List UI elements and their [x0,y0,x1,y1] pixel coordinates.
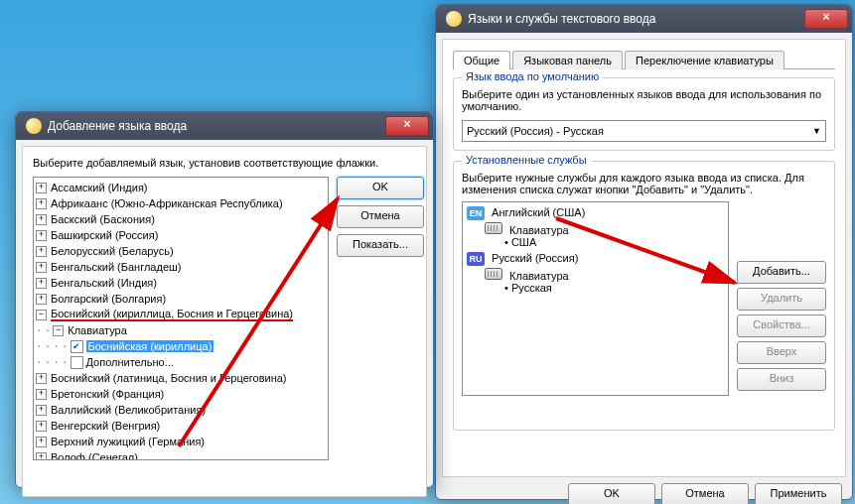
expand-icon[interactable]: + [36,230,47,241]
window-title: Языки и службы текстового ввода [468,12,804,26]
side-buttons: OK Отмена Показать... [337,177,416,460]
window-body: Общие Языковая панель Переключение клави… [442,39,846,477]
language-tree[interactable]: +Ассамский (Индия)+Африкаанс (Южно-Африк… [33,177,329,460]
collapse-icon[interactable]: − [53,325,64,336]
tree-item[interactable]: +Венгерский (Венгрия) [36,418,326,434]
layout-item[interactable]: • США [504,236,724,248]
properties-button[interactable]: Свойства... [737,315,826,337]
tree-item[interactable]: +Баскский (Баскония) [36,211,326,227]
expand-icon[interactable]: + [36,246,47,257]
tree-item[interactable]: +Валлийский (Великобритания) [36,402,326,418]
kb-label: Клавиатура [509,270,569,282]
tree-item[interactable]: +Белорусский (Беларусь) [36,243,326,259]
checkbox[interactable]: ✔ [71,340,83,353]
tree-item[interactable]: +Боснийский (латиница, Босния и Герцегов… [36,370,326,386]
close-icon: × [822,10,829,24]
tab-general[interactable]: Общие [453,51,510,69]
layout-name: Русская [511,282,552,294]
layout-name: США [511,236,536,248]
tree-label: Ассамский (Индия) [51,182,148,193]
expand-icon[interactable]: + [36,214,47,225]
tree-label: Валлийский (Великобритания) [51,404,206,416]
up-button[interactable]: Вверх [737,341,826,364]
delete-button[interactable]: Удалить [737,288,826,311]
tree-item[interactable]: +Бенгальский (Индия) [36,275,326,291]
show-button[interactable]: Показать... [337,234,424,257]
close-button[interactable]: × [804,9,848,29]
tree-item[interactable]: +Бенгальский (Бангладеш) [36,259,326,275]
dialog-buttons: OK Отмена Применить [446,483,842,504]
tree-label: Боснийский (латиница, Босния и Герцегови… [51,372,287,384]
tree-label: Бенгальский (Индия) [51,277,157,289]
lang-name: Английский (США) [492,206,585,218]
add-input-lang-window: Добавление языка ввода × Выберите добавл… [15,111,434,488]
tab-langbar[interactable]: Языковая панель [512,51,623,69]
tree-item[interactable]: +Башкирский (Россия) [36,227,326,243]
expand-icon[interactable]: + [36,405,47,416]
checkbox[interactable] [71,356,83,369]
expand-icon[interactable]: + [36,373,47,384]
cancel-button[interactable]: Отмена [337,205,424,228]
tab-switch[interactable]: Переключение клавиатуры [625,51,784,69]
combo-value: Русский (Россия) - Русская [467,125,604,137]
expand-icon[interactable]: + [36,262,47,273]
cancel-button[interactable]: Отмена [661,483,749,504]
tab-bar: Общие Языковая панель Переключение клави… [453,50,835,69]
titlebar[interactable]: Языки и службы текстового ввода × [436,5,852,33]
installed-services-group: Установленные службы Выберите нужные слу… [453,161,835,431]
group-title: Установленные службы [462,154,591,166]
expand-icon[interactable]: + [36,294,47,305]
close-button[interactable]: × [385,116,429,136]
expand-icon[interactable]: + [36,278,47,289]
lang-node[interactable]: RU Русский (Россия) [467,252,724,266]
instruction-text: Выберите добавляемый язык, установив соо… [33,157,416,169]
tree-item[interactable]: +Верхний лужицкий (Германия) [36,434,326,449]
expand-icon[interactable]: + [36,421,47,432]
default-lang-combo[interactable]: Русский (Россия) - Русская ▼ [462,120,826,142]
tree-label: Боснийский (кириллица, Босния и Герцегов… [51,308,293,321]
expand-icon[interactable]: + [36,452,47,461]
collapse-icon[interactable]: − [36,310,47,320]
tree-item[interactable]: +Африкаанс (Южно-Африканская Республика) [36,195,326,211]
expand-icon[interactable]: + [36,198,47,209]
lang-name: Русский (Россия) [492,252,578,264]
lang-node[interactable]: EN Английский (США) [467,206,724,220]
down-button[interactable]: Вниз [737,368,826,391]
tree-label: Баскский (Баскония) [51,213,155,225]
ok-button[interactable]: OK [337,177,424,199]
tree-label: Бенгальский (Бангладеш) [51,261,182,273]
tree-label: Африкаанс (Южно-Африканская Республика) [51,197,283,209]
tree-item[interactable]: ····Дополнительно... [36,354,326,370]
lang-badge-en: EN [467,206,485,220]
ok-button[interactable]: OK [568,483,655,504]
service-buttons: Добавить... Удалить Свойства... Вверх Вн… [737,201,826,396]
tree-item[interactable]: ··−Клавиатура [36,322,326,338]
tree-label: Болгарский (Болгария) [51,293,166,305]
text-services-window: Языки и службы текстового ввода × Общие … [435,4,853,500]
keyboard-icon [485,222,502,234]
layout-item[interactable]: • Русская [504,282,724,294]
tree-label: Венгерский (Венгрия) [51,420,160,432]
tree-label: Клавиатура [68,324,127,336]
titlebar[interactable]: Добавление языка ввода × [16,112,433,140]
expand-icon[interactable]: + [36,183,47,193]
services-tree[interactable]: EN Английский (США) Клавиатура • США RU … [462,201,729,396]
tree-item[interactable]: +Болгарский (Болгария) [36,291,326,307]
tree-item[interactable]: −Боснийский (кириллица, Босния и Герцего… [36,307,326,322]
group-title: Язык ввода по умолчанию [462,70,603,82]
tree-item[interactable]: +Бретонский (Франция) [36,386,326,402]
chevron-down-icon: ▼ [812,126,821,136]
window-title: Добавление языка ввода [48,119,385,133]
tree-label: Волоф (Сенегал) [51,451,138,460]
tree-item[interactable]: +Волоф (Сенегал) [36,449,326,460]
keyboard-icon [485,268,502,280]
kb-group: Клавиатура [485,268,724,282]
expand-icon[interactable]: + [36,389,47,400]
expand-icon[interactable]: + [36,437,47,447]
add-button[interactable]: Добавить... [737,261,826,284]
apply-button[interactable]: Применить [755,483,842,504]
tree-label: Дополнительно... [86,356,174,368]
tree-label: Белорусский (Беларусь) [51,245,174,257]
tree-item[interactable]: ····✔Боснийская (кириллица) [36,338,326,354]
tree-item[interactable]: +Ассамский (Индия) [36,180,326,195]
